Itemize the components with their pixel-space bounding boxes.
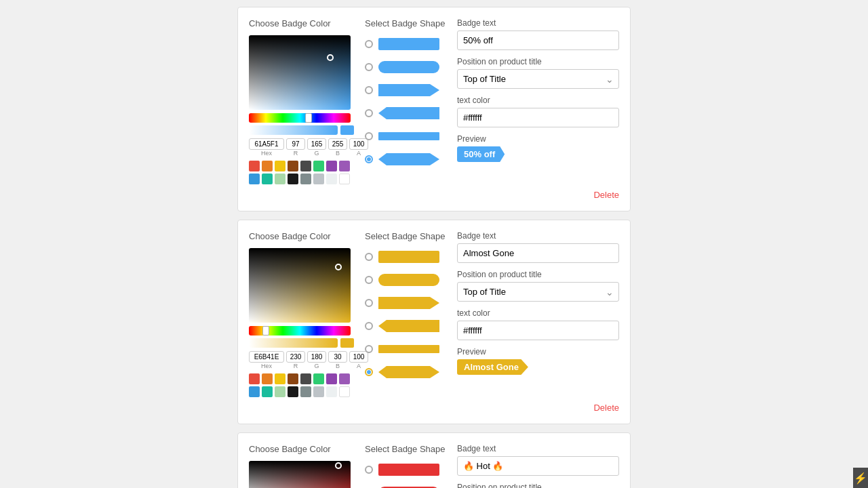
swatch-yellow-2[interactable] <box>275 373 285 384</box>
hex-input-2[interactable] <box>249 351 284 363</box>
hue-bar-2[interactable] <box>249 326 351 336</box>
shape-radio-1-6[interactable] <box>365 155 373 163</box>
swatch-orange-1[interactable] <box>262 161 273 171</box>
shape-option-2-5[interactable] <box>365 340 446 358</box>
hue-bar-1[interactable] <box>249 113 351 123</box>
shape-radio-2-5[interactable] <box>365 345 373 353</box>
swatch-violet-2[interactable] <box>339 373 350 384</box>
swatch-gray-1[interactable] <box>300 174 311 184</box>
shape-rect-1[interactable] <box>377 35 441 53</box>
gradient-dot-3[interactable] <box>335 462 342 469</box>
shape-radio-2-4[interactable] <box>365 322 373 330</box>
shape-double-arrow-2[interactable] <box>377 363 441 381</box>
shape-pill-3[interactable] <box>377 484 441 488</box>
swatch-gray-2[interactable] <box>300 386 311 397</box>
swatch-red-1[interactable] <box>249 161 260 171</box>
shape-double-arrow-1[interactable] <box>377 150 441 168</box>
shape-option-2-2[interactable] <box>365 271 446 289</box>
shape-radio-2-6[interactable]: .shape-radio.selected::after { backgroun… <box>365 368 373 376</box>
shape-option-2-3[interactable] <box>365 294 446 312</box>
shape-option-2-6[interactable]: .shape-radio.selected::after { backgroun… <box>365 363 446 381</box>
swatch-lightgreen-2[interactable] <box>275 386 285 397</box>
shape-radio-3-1[interactable] <box>365 466 373 474</box>
swatch-violet-1[interactable] <box>339 161 350 171</box>
shape-option-3-1[interactable] <box>365 461 446 479</box>
r-input-1[interactable] <box>286 138 305 150</box>
swatch-lightgray-2[interactable] <box>326 386 337 397</box>
swatch-black-2[interactable] <box>288 386 298 397</box>
text-color-input-1[interactable] <box>457 108 619 127</box>
swatch-lightgreen-1[interactable] <box>275 174 285 184</box>
position-select-2[interactable]: Top of Title Bottom of Title <box>457 282 619 302</box>
color-gradient-1[interactable] <box>249 35 351 110</box>
shape-option-1-3[interactable] <box>365 81 446 99</box>
lightning-icon[interactable]: ⚡ <box>853 468 868 488</box>
shape-option-1-6[interactable] <box>365 150 446 168</box>
shape-radio-1-1[interactable] <box>365 40 373 48</box>
shape-arrow-2[interactable] <box>377 294 441 312</box>
swatch-brown-2[interactable] <box>288 373 298 384</box>
shape-option-2-1[interactable] <box>365 248 446 266</box>
hue-thumb-1[interactable] <box>305 113 312 123</box>
swatch-silver-2[interactable] <box>313 386 324 397</box>
shape-notch-2[interactable] <box>377 317 441 335</box>
shape-arrow-1[interactable] <box>377 81 441 99</box>
shape-rect-2[interactable] <box>377 248 441 266</box>
swatch-red-2[interactable] <box>249 373 260 384</box>
color-gradient-2[interactable] <box>249 248 351 323</box>
b-input-2[interactable] <box>328 351 347 363</box>
swatch-yellow-1[interactable] <box>275 161 285 171</box>
badge-text-input-1[interactable] <box>457 30 619 50</box>
swatch-brown-1[interactable] <box>288 161 298 171</box>
gradient-dot-1[interactable] <box>327 54 334 61</box>
delete-button-2[interactable]: Delete <box>249 403 619 413</box>
position-select-1[interactable]: Top of Title Bottom of Title <box>457 69 619 89</box>
shape-radio-2-2[interactable] <box>365 276 373 284</box>
swatch-green-2[interactable] <box>313 373 324 384</box>
color-gradient-3[interactable] <box>249 461 351 488</box>
swatch-teal-2[interactable] <box>262 386 273 397</box>
shape-option-3-2[interactable] <box>365 484 446 488</box>
swatch-purple-2[interactable] <box>326 373 337 384</box>
swatch-silver-1[interactable] <box>313 174 324 184</box>
swatch-blue-2[interactable] <box>249 386 260 397</box>
shape-rect-3[interactable] <box>377 461 441 479</box>
shape-radio-1-3[interactable] <box>365 86 373 94</box>
shape-flat-1[interactable] <box>377 127 441 145</box>
swatch-blue-1[interactable] <box>249 174 260 184</box>
b-input-1[interactable] <box>328 138 347 150</box>
shape-pill-1[interactable] <box>377 58 441 76</box>
shape-radio-1-4[interactable] <box>365 109 373 117</box>
hex-input-1[interactable] <box>249 138 284 150</box>
swatch-white-1[interactable] <box>339 174 350 184</box>
g-input-1[interactable] <box>307 138 326 150</box>
shape-option-1-2[interactable] <box>365 58 446 76</box>
gradient-dot-2[interactable] <box>335 264 342 270</box>
swatch-lightgray-1[interactable] <box>326 174 337 184</box>
swatch-purple-1[interactable] <box>326 161 337 171</box>
r-input-2[interactable] <box>286 351 305 363</box>
hue-thumb-2[interactable] <box>262 326 269 336</box>
swatch-darkgray-2[interactable] <box>300 373 311 384</box>
shape-option-2-4[interactable] <box>365 317 446 335</box>
alpha-bar-2[interactable] <box>249 338 338 348</box>
shape-flat-2[interactable] <box>377 340 441 358</box>
shape-option-1-5[interactable] <box>365 127 446 145</box>
g-input-2[interactable] <box>307 351 326 363</box>
shape-option-1-4[interactable] <box>365 104 446 122</box>
swatch-darkgray-1[interactable] <box>300 161 311 171</box>
shape-radio-2-3[interactable] <box>365 299 373 307</box>
shape-radio-1-5[interactable] <box>365 132 373 140</box>
shape-pill-2[interactable] <box>377 271 441 289</box>
swatch-green-1[interactable] <box>313 161 324 171</box>
badge-text-input-2[interactable] <box>457 243 619 263</box>
shape-notch-1[interactable] <box>377 104 441 122</box>
shape-radio-2-1[interactable] <box>365 253 373 261</box>
alpha-bar-1[interactable] <box>249 125 338 135</box>
badge-text-input-3[interactable] <box>457 456 619 476</box>
swatch-white-2[interactable] <box>339 386 350 397</box>
delete-button-1[interactable]: Delete <box>249 190 619 200</box>
swatch-orange-2[interactable] <box>262 373 273 384</box>
text-color-input-2[interactable] <box>457 321 619 340</box>
swatch-teal-1[interactable] <box>262 174 273 184</box>
